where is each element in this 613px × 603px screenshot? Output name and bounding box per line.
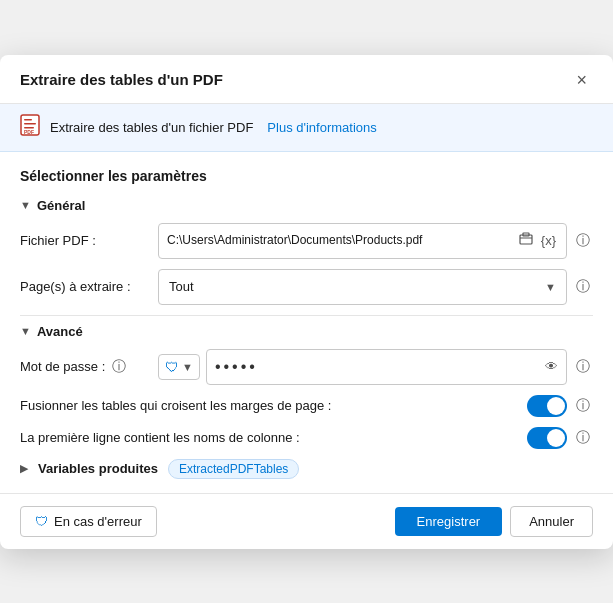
pages-label: Page(s) à extraire : (20, 279, 150, 294)
advanced-section-header[interactable]: ▼ Avancé (20, 324, 593, 339)
password-row: Mot de passe : ⓘ 🛡 ▼ ••••• 👁 ⓘ (20, 349, 593, 385)
password-info-icon[interactable]: ⓘ (573, 358, 593, 376)
dialog-title: Extraire des tables d'un PDF (20, 71, 223, 88)
pages-control: Tout ▼ ⓘ (158, 269, 593, 305)
pages-select-arrow-icon: ▼ (545, 281, 556, 293)
error-btn-label: En cas d'erreur (54, 514, 142, 529)
password-input-box[interactable]: ••••• 👁 (206, 349, 567, 385)
header-label: La première ligne contient les noms de c… (20, 430, 519, 445)
variables-chevron-icon[interactable]: ▶ (20, 462, 28, 475)
general-section: ▼ Général Fichier PDF : C:\Users\Adminis… (20, 198, 593, 305)
variables-label: Variables produites (38, 461, 158, 476)
general-chevron-icon: ▼ (20, 199, 31, 211)
merge-info-icon[interactable]: ⓘ (573, 397, 593, 415)
pages-select[interactable]: Tout ▼ (158, 269, 567, 305)
error-button[interactable]: 🛡 En cas d'erreur (20, 506, 157, 537)
pages-info-icon[interactable]: ⓘ (573, 278, 593, 296)
pdf-icon: PDF (20, 114, 40, 141)
file-icons: {x} (517, 232, 558, 249)
dialog-body: Sélectionner les paramètres ▼ Général Fi… (0, 152, 613, 493)
header-toggle-control: ⓘ (527, 427, 593, 449)
password-dots: ••••• (215, 358, 541, 376)
file-input-box[interactable]: C:\Users\Administrator\Documents\Product… (158, 223, 567, 259)
more-info-link[interactable]: Plus d'informations (267, 120, 376, 135)
svg-text:PDF: PDF (24, 129, 34, 135)
banner-text: Extraire des tables d'un fichier PDF (50, 120, 253, 135)
merge-label: Fusionner les tables qui croisent les ma… (20, 398, 519, 413)
variable-chip: ExtractedPDFTables (168, 459, 299, 479)
info-banner: PDF Extraire des tables d'un fichier PDF… (0, 104, 613, 152)
file-label: Fichier PDF : (20, 233, 150, 248)
save-button[interactable]: Enregistrer (395, 507, 503, 536)
pages-value: Tout (169, 279, 194, 294)
cancel-button[interactable]: Annuler (510, 506, 593, 537)
footer-left: 🛡 En cas d'erreur (20, 506, 387, 537)
file-row: Fichier PDF : C:\Users\Administrator\Doc… (20, 223, 593, 259)
merge-toggle-control: ⓘ (527, 395, 593, 417)
dialog-header: Extraire des tables d'un PDF × (0, 55, 613, 104)
advanced-section: ▼ Avancé Mot de passe : ⓘ 🛡 ▼ ••••• 👁 (20, 324, 593, 449)
advanced-chevron-icon: ▼ (20, 325, 31, 337)
general-section-header[interactable]: ▼ Général (20, 198, 593, 213)
file-variable-button[interactable]: {x} (539, 233, 558, 248)
shield-icon: 🛡 (165, 359, 179, 375)
section-title: Sélectionner les paramètres (20, 168, 593, 184)
password-label-area: Mot de passe : ⓘ (20, 358, 150, 376)
merge-row: Fusionner les tables qui croisent les ma… (20, 395, 593, 417)
variables-row: ▶ Variables produites ExtractedPDFTables (20, 459, 593, 479)
file-value: C:\Users\Administrator\Documents\Product… (167, 233, 513, 249)
file-info-icon[interactable]: ⓘ (573, 232, 593, 250)
svg-rect-1 (24, 119, 32, 121)
error-shield-icon: 🛡 (35, 514, 48, 529)
close-button[interactable]: × (570, 69, 593, 91)
pages-row: Page(s) à extraire : Tout ▼ ⓘ (20, 269, 593, 305)
header-info-icon[interactable]: ⓘ (573, 429, 593, 447)
merge-toggle[interactable] (527, 395, 567, 417)
general-label: Général (37, 198, 85, 213)
advanced-label: Avancé (37, 324, 83, 339)
file-control: C:\Users\Administrator\Documents\Product… (158, 223, 593, 259)
file-browse-button[interactable] (517, 232, 535, 249)
svg-rect-2 (24, 123, 36, 125)
dialog-footer: 🛡 En cas d'erreur Enregistrer Annuler (0, 493, 613, 549)
shield-dropdown-arrow-icon: ▼ (182, 361, 193, 373)
header-row: La première ligne contient les noms de c… (20, 427, 593, 449)
password-label-info-icon[interactable]: ⓘ (109, 358, 129, 376)
separator1 (20, 315, 593, 316)
password-label: Mot de passe : (20, 359, 105, 374)
password-control: 🛡 ▼ ••••• 👁 ⓘ (158, 349, 593, 385)
header-toggle[interactable] (527, 427, 567, 449)
dialog: Extraire des tables d'un PDF × PDF Extra… (0, 55, 613, 549)
shield-dropdown[interactable]: 🛡 ▼ (158, 354, 200, 380)
eye-icon[interactable]: 👁 (545, 359, 558, 374)
